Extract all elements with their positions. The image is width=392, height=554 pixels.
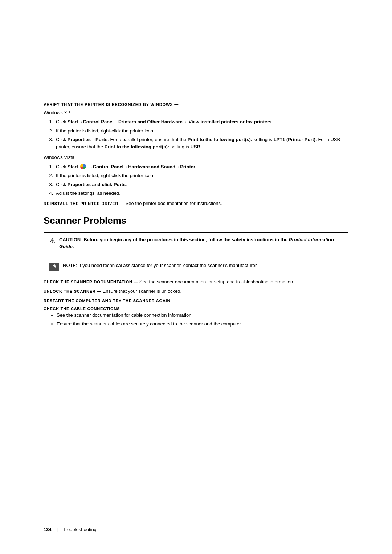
reinstall-block: Reinstall the printer driver — See the p… xyxy=(44,201,348,206)
verify-heading: Verify that the printer is recognized by… xyxy=(44,102,348,108)
check-scanner-doc-heading: Check the scanner documentation — xyxy=(44,280,138,284)
page: Verify that the printer is recognized by… xyxy=(0,0,392,554)
page-number: 134 xyxy=(44,527,52,532)
caution-box: ⚠ CAUTION: Before you begin any of the p… xyxy=(44,232,348,254)
vista-step-4: Adjust the settings, as needed. xyxy=(54,190,348,197)
footer-separator: | xyxy=(57,527,58,532)
xp-step-3: Click Properties→Ports. For a parallel p… xyxy=(54,136,348,150)
footer-label: Troubleshooting xyxy=(63,527,97,532)
caution-text-content: CAUTION: Before you begin any of the pro… xyxy=(59,236,343,250)
vista-step-2: If the printer is listed, right-click th… xyxy=(54,172,348,179)
windows-xp-label: Windows XP xyxy=(44,109,348,116)
restart-block: Restart the computer and try the scanner… xyxy=(44,298,348,304)
cable-bullet-2: Ensure that the scanner cables are secur… xyxy=(57,320,348,328)
verify-heading-block: Verify that the printer is recognized by… xyxy=(44,102,348,108)
cable-bullet-1: See the scanner documentation for cable … xyxy=(57,312,348,319)
caution-icon: ⚠ xyxy=(49,237,56,245)
windows-globe-icon xyxy=(80,164,86,169)
windows-xp-steps: Click Start→Control Panel→Printers and O… xyxy=(54,118,348,150)
note-icon: ✎ xyxy=(49,263,59,271)
cable-bullet-list: See the scanner documentation for cable … xyxy=(57,312,348,328)
windows-vista-steps: Click Start →Control Panel→Hardware and … xyxy=(54,163,348,197)
windows-vista-label: Windows Vista xyxy=(44,154,348,161)
xp-step-2: If the printer is listed, right-click th… xyxy=(54,127,348,135)
restart-heading: Restart the computer and try the scanner… xyxy=(44,299,170,303)
xp-step-1: Click Start→Control Panel→Printers and O… xyxy=(54,118,348,126)
cable-connections-block: Check the cable connections — xyxy=(44,306,348,312)
page-footer: 134 | Troubleshooting xyxy=(44,524,348,532)
unlock-scanner-block: Unlock the scanner — Ensure that your sc… xyxy=(44,288,348,294)
scanner-problems-heading: Scanner Problems xyxy=(44,215,348,226)
unlock-scanner-desc: Ensure that your scanner is unlocked. xyxy=(103,288,182,294)
check-scanner-doc-block: Check the scanner documentation — See th… xyxy=(44,279,348,285)
reinstall-heading: Reinstall the printer driver — xyxy=(44,201,124,206)
reinstall-desc: See the printer documentation for instru… xyxy=(126,201,222,206)
cable-heading: Check the cable connections — xyxy=(44,307,126,311)
check-scanner-doc-desc: See the scanner documentation for setup … xyxy=(139,279,294,284)
unlock-scanner-heading: Unlock the scanner — xyxy=(44,289,101,294)
note-box: ✎ NOTE: If you need technical assistance… xyxy=(44,259,348,274)
vista-step-1: Click Start →Control Panel→Hardware and … xyxy=(54,163,348,171)
note-text-content: NOTE: If you need technical assistance f… xyxy=(63,262,258,269)
vista-step-3: Click Properties and click Ports. xyxy=(54,181,348,188)
